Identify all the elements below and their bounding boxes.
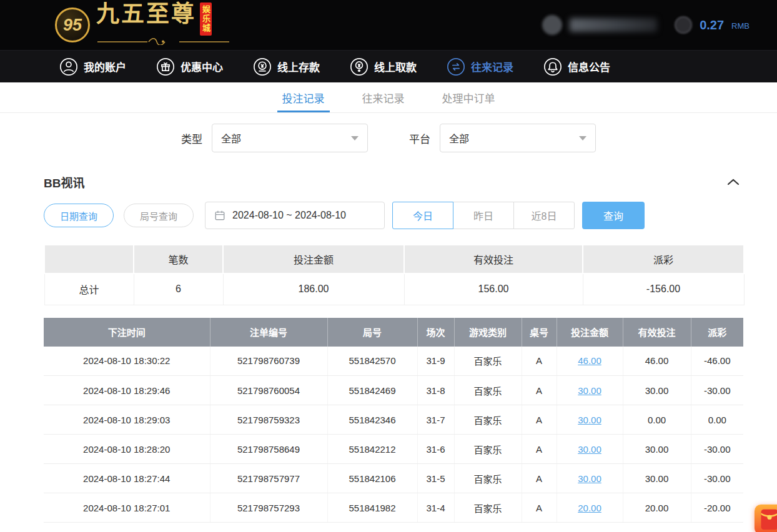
cell-bet-id: 521798758649	[210, 435, 327, 464]
header-bet-time: 下注时间	[44, 318, 210, 347]
main-nav: 我的账户 优惠中心 线上存款	[0, 50, 777, 82]
header-session: 场次	[417, 318, 454, 347]
nav-item-promotions[interactable]: 优惠中心	[156, 57, 223, 76]
nav-item-records[interactable]: 往来记录	[447, 57, 513, 76]
cell-payout: -30.00	[691, 435, 743, 464]
date-range-input[interactable]: 2024-08-10 ~ 2024-08-10	[205, 202, 385, 229]
date-query-button[interactable]: 日期查询	[44, 204, 114, 227]
cell-session: 31-8	[417, 376, 454, 405]
cell-bet-time: 2024-08-10 18:30:22	[44, 347, 210, 376]
cell-bet-amount: 30.00	[557, 376, 623, 405]
summary-header-payout: 派彩	[583, 245, 744, 273]
wallet-coin-icon[interactable]	[675, 16, 692, 34]
header-valid-bet: 有效投注	[623, 318, 691, 347]
table-row: 2024-08-10 18:27:44 521798757977 5518421…	[44, 464, 743, 493]
nav-item-deposit[interactable]: 线上存款	[253, 57, 320, 76]
deposit-coin-icon	[253, 57, 272, 76]
summary-valid: 156.00	[404, 273, 583, 305]
cell-valid-bet: 30.00	[623, 435, 691, 464]
type-filter: 类型 全部	[181, 124, 368, 152]
summary-payout: -156.00	[583, 273, 744, 305]
brand-title: 九五至尊	[96, 2, 196, 27]
summary-header-bet: 投注金额	[223, 245, 404, 273]
table-row: 2024-08-10 18:30:22 521798760739 5518425…	[44, 347, 743, 376]
platform-filter-label: 平台	[409, 131, 430, 146]
cell-bet-amount: 30.00	[557, 405, 623, 435]
today-button[interactable]: 今日	[392, 202, 453, 229]
brand-logo[interactable]: 95 九五至尊 娱乐城	[55, 2, 230, 47]
nav-item-label: 我的账户	[84, 59, 126, 74]
summary-header-row: 笔数 投注金额 有效投注 派彩	[44, 245, 744, 273]
cell-table-no: A	[522, 376, 557, 405]
cell-valid-bet: 20.00	[623, 493, 691, 523]
tab-bet-records[interactable]: 投注记录	[277, 82, 330, 112]
balance-currency: RMB	[731, 19, 750, 31]
nav-item-my-account[interactable]: 我的账户	[59, 57, 126, 76]
cell-bet-amount: 46.00	[557, 347, 623, 376]
summary-header-empty	[44, 245, 134, 273]
quick-date-group: 今日 昨日 近8日	[392, 202, 575, 229]
cell-bet-amount: 30.00	[557, 464, 623, 493]
cell-bet-amount: 20.00	[557, 493, 623, 523]
cell-game: 百家乐	[454, 376, 522, 405]
nav-item-withdraw[interactable]: 线上取款	[350, 57, 417, 76]
search-button[interactable]: 查询	[582, 202, 645, 229]
type-filter-label: 类型	[181, 131, 202, 146]
header-round: 局号	[327, 318, 417, 347]
table-row: 2024-08-10 18:29:46 521798760054 5518424…	[44, 376, 743, 405]
bet-amount-link[interactable]: 30.00	[578, 444, 601, 455]
round-query-button[interactable]: 局号查询	[124, 204, 194, 227]
cell-valid-bet: 0.00	[623, 405, 691, 435]
chevron-up-icon[interactable]	[727, 179, 740, 185]
cell-valid-bet: 30.00	[623, 376, 691, 405]
username-redacted	[570, 18, 657, 32]
cell-bet-id: 521798760054	[210, 376, 327, 405]
nav-item-label: 信息公告	[568, 59, 610, 74]
cell-session: 31-4	[417, 493, 454, 523]
nav-item-label: 往来记录	[471, 59, 513, 74]
user-area: 0.27 RMB	[542, 15, 750, 35]
cell-bet-time: 2024-08-10 18:27:44	[44, 464, 210, 493]
type-select[interactable]: 全部	[212, 124, 368, 152]
cell-round: 551842346	[327, 405, 417, 435]
summary-table: 笔数 投注金额 有效投注 派彩 总计 6 186.00 156.00 -156.…	[44, 244, 745, 305]
cell-round: 551842212	[327, 435, 417, 464]
cell-valid-bet: 46.00	[623, 347, 691, 376]
cell-valid-bet: 30.00	[623, 464, 691, 493]
cell-session: 31-7	[417, 405, 454, 435]
bet-amount-link[interactable]: 20.00	[578, 503, 601, 513]
nav-item-announcements[interactable]: 信息公告	[543, 57, 610, 76]
bet-amount-link[interactable]: 46.00	[578, 355, 601, 366]
tab-processing-orders[interactable]: 处理中订单	[437, 82, 500, 112]
nav-item-label: 线上取款	[374, 59, 417, 74]
bet-amount-link[interactable]: 30.00	[578, 385, 601, 396]
nav-item-label: 优惠中心	[181, 59, 223, 74]
header-game-type: 游戏类别	[454, 318, 522, 347]
table-row: 2024-08-10 18:28:20 521798758649 5518422…	[44, 435, 743, 464]
cell-table-no: A	[522, 435, 557, 464]
cell-round: 551842106	[327, 464, 417, 493]
cell-bet-id: 521798760739	[210, 347, 327, 376]
platform-select[interactable]: 全部	[440, 124, 596, 152]
cell-game: 百家乐	[454, 347, 522, 376]
bet-amount-link[interactable]: 30.00	[578, 473, 601, 484]
cell-bet-amount: 30.00	[557, 435, 623, 464]
balance-amount: 0.27	[700, 18, 724, 32]
bet-amount-link[interactable]: 30.00	[578, 415, 601, 425]
summary-header-valid: 有效投注	[404, 245, 583, 273]
avatar[interactable]	[542, 15, 562, 35]
cell-round: 551842469	[327, 376, 417, 405]
last8days-button[interactable]: 近8日	[513, 202, 575, 229]
yesterday-button[interactable]: 昨日	[453, 202, 514, 229]
chevron-down-icon	[351, 136, 359, 140]
header-payout: 派彩	[691, 318, 743, 347]
chevron-down-icon	[579, 136, 586, 140]
summary-total-row: 总计 6 186.00 156.00 -156.00	[44, 273, 744, 305]
cell-session: 31-9	[417, 347, 454, 376]
summary-count: 6	[134, 273, 223, 305]
tab-transaction-records[interactable]: 往来记录	[357, 82, 410, 112]
cell-session: 31-6	[417, 435, 454, 464]
red-packet-widget[interactable]	[755, 505, 777, 532]
cell-payout: 0.00	[691, 405, 743, 435]
bet-records-table: 下注时间 注单编号 局号 场次 游戏类别 桌号 投注金额 有效投注 派彩 202…	[44, 318, 743, 523]
